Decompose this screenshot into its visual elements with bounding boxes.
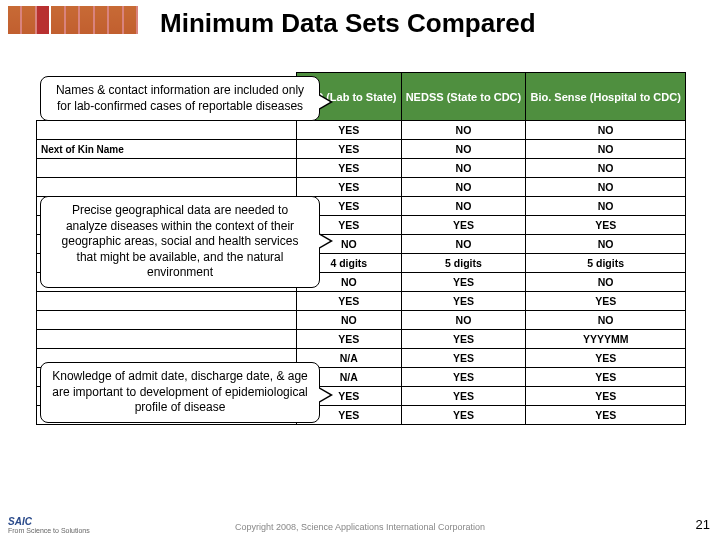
table-header-biosense: Bio. Sense (Hospital to CDC) [526,73,686,121]
header-decoration [8,6,138,34]
cell: NO [401,140,526,159]
row-label [37,159,297,178]
cell: NO [401,178,526,197]
cell: YES [297,159,402,178]
row-label [37,330,297,349]
cell: NO [297,311,402,330]
cell: YES [401,349,526,368]
table-row: YESYESYES [37,292,686,311]
cell: NO [526,140,686,159]
cell: YES [297,140,402,159]
table-row: YESNONO [37,159,686,178]
cell: NO [526,235,686,254]
cell: YES [401,368,526,387]
cell: NO [401,235,526,254]
cell: YES [297,292,402,311]
cell: NO [526,311,686,330]
table-header-nedss: NEDSS (State to CDC) [401,73,526,121]
cell: NO [526,159,686,178]
cell: YES [526,406,686,425]
cell: NO [401,197,526,216]
cell: 5 digits [526,254,686,273]
cell: YES [526,368,686,387]
cell: NO [526,273,686,292]
cell: NO [526,121,686,140]
cell: YES [401,387,526,406]
cell: NO [401,311,526,330]
cell: NO [401,159,526,178]
table-row: YESYESYYYYMM [37,330,686,349]
callout-dates: Knowledge of admit date, discharge date,… [40,362,320,423]
cell: YES [401,292,526,311]
cell: NO [401,121,526,140]
cell: YYYYMM [526,330,686,349]
row-label [37,311,297,330]
cell: NO [526,197,686,216]
callout-geo: Precise geographical data are needed to … [40,196,320,288]
cell: YES [526,387,686,406]
row-label [37,121,297,140]
row-label: Next of Kin Name [37,140,297,159]
table-row: YESNONO [37,178,686,197]
table-row: YESNONO [37,121,686,140]
table-row: NONONO [37,311,686,330]
cell: YES [401,406,526,425]
row-label [37,292,297,311]
cell: YES [526,292,686,311]
cell: 5 digits [401,254,526,273]
cell: YES [401,330,526,349]
callout-names: Names & contact information are included… [40,76,320,121]
page-number: 21 [696,517,710,532]
cell: YES [401,273,526,292]
footer-copyright: Copyright 2008, Science Applications Int… [0,522,720,532]
row-label [37,178,297,197]
cell: YES [526,349,686,368]
cell: NO [526,178,686,197]
cell: YES [297,178,402,197]
cell: YES [297,330,402,349]
cell: YES [526,216,686,235]
table-row: Next of Kin NameYESNONO [37,140,686,159]
cell: YES [297,121,402,140]
cell: YES [401,216,526,235]
